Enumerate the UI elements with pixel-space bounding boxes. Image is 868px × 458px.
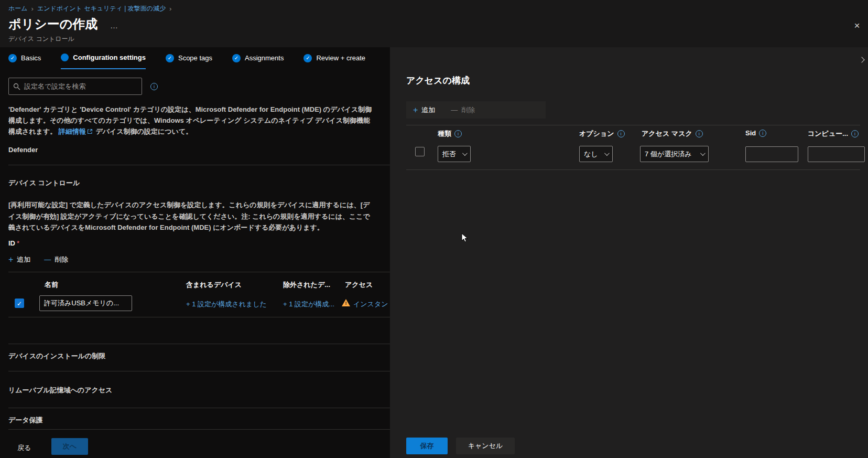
intro-line-prefix: 構成されます。 bbox=[8, 127, 57, 135]
description-line: イス制御が有効] 設定がアクティブになっていることを確認してください。注: これ… bbox=[8, 211, 390, 222]
divider bbox=[8, 408, 390, 408]
next-button[interactable]: 次へ bbox=[51, 438, 88, 455]
tab-label: Basics bbox=[21, 54, 41, 62]
column-header-access-mask: アクセス マスク bbox=[642, 129, 692, 139]
back-button[interactable]: 戻る bbox=[17, 443, 31, 453]
info-icon[interactable]: i bbox=[617, 130, 625, 137]
divider bbox=[8, 317, 390, 317]
tab-assignments[interactable]: ✓ Assignments bbox=[232, 54, 284, 69]
chevron-down-icon bbox=[700, 151, 706, 156]
info-icon[interactable]: i bbox=[851, 130, 859, 137]
divider bbox=[8, 165, 390, 165]
required-asterisk: * bbox=[17, 239, 19, 247]
tab-basics[interactable]: ✓ Basics bbox=[8, 54, 41, 69]
delete-label: 削除 bbox=[461, 105, 475, 115]
tab-scope-tags[interactable]: ✓ Scope tags bbox=[166, 54, 212, 69]
panel-add-button[interactable]: + 追加 bbox=[413, 105, 435, 115]
tab-configuration-settings[interactable]: Configuration settings bbox=[61, 54, 146, 69]
delete-label: 削除 bbox=[55, 255, 68, 264]
access-config-panel: アクセスの構成 + 追加 — 削除 種類 i オプション i アクセス マスク … bbox=[390, 47, 868, 458]
intro-line: 'Defender' カテゴリと 'Device Control' カテゴリの設… bbox=[8, 104, 390, 115]
more-options-icon[interactable]: … bbox=[110, 21, 118, 30]
access-mask-select[interactable]: 7 個が選択済み bbox=[640, 146, 709, 162]
plus-icon: + bbox=[413, 106, 418, 114]
chevron-right-icon bbox=[859, 57, 864, 62]
check-circle-icon: ✓ bbox=[8, 54, 17, 62]
add-label: 追加 bbox=[17, 255, 30, 264]
column-header-included-devices: 含まれるデバイス bbox=[186, 280, 242, 290]
section-removable-storage-header[interactable]: リムーバブル記憶域へのアクセス bbox=[8, 386, 112, 395]
active-step-dot-icon bbox=[61, 54, 69, 61]
id-field-label: ID* bbox=[8, 239, 19, 247]
section-defender-header[interactable]: Defender bbox=[8, 146, 38, 154]
entry-row-checkbox[interactable] bbox=[415, 147, 425, 156]
type-select-value: 拒否 bbox=[442, 150, 456, 159]
breadcrumb-link-endpoint-security[interactable]: エンドポイント セキュリティ | 攻撃面の減少 bbox=[37, 4, 166, 13]
panel-toolbar: + 追加 — 削除 bbox=[406, 101, 546, 119]
option-select[interactable]: なし bbox=[579, 146, 613, 162]
column-header-computer: コンピュー... bbox=[808, 129, 848, 139]
section-device-control-header[interactable]: デバイス コントロール bbox=[8, 178, 80, 188]
info-icon[interactable]: i bbox=[150, 83, 158, 90]
tab-label: Review + create bbox=[316, 54, 365, 62]
search-icon bbox=[13, 83, 20, 90]
wizard-content: ✓ Basics Configuration settings ✓ Scope … bbox=[0, 47, 390, 458]
section-device-install-header[interactable]: デバイスのインストールの制限 bbox=[8, 352, 105, 361]
save-button[interactable]: 保存 bbox=[406, 438, 448, 454]
rule-row-checkbox[interactable]: ✓ bbox=[15, 299, 24, 308]
panel-expand-button[interactable] bbox=[860, 56, 868, 67]
minus-icon: — bbox=[451, 106, 458, 114]
device-control-description: [再利用可能な設定] で定義したデバイスのアクセス制御を設定します。これらの規則… bbox=[8, 199, 390, 233]
excluded-devices-link[interactable]: + 1 設定が構成... bbox=[283, 300, 334, 309]
page-subtitle: デバイス コントロール bbox=[8, 35, 74, 44]
section-data-protection-header[interactable]: データ保護 bbox=[8, 416, 43, 425]
add-rule-button[interactable]: + 追加 bbox=[8, 255, 30, 264]
wizard-tabs: ✓ Basics Configuration settings ✓ Scope … bbox=[8, 54, 365, 69]
intro-line: 構成します。その他のすべてのカテゴリでは、Windows オペレーティング シス… bbox=[8, 115, 390, 126]
column-header-sid: Sid bbox=[745, 129, 756, 137]
tab-review-create[interactable]: ✓ Review + create bbox=[303, 54, 365, 69]
plus-icon: + bbox=[8, 256, 13, 263]
tab-label: Assignments bbox=[245, 54, 284, 62]
id-label-text: ID bbox=[8, 239, 15, 247]
rule-name-input[interactable] bbox=[39, 295, 132, 311]
column-header-access: アクセス bbox=[345, 280, 373, 290]
access-status-link[interactable]: インスタン bbox=[353, 300, 388, 309]
panel-title: アクセスの構成 bbox=[406, 74, 470, 87]
intro-text: 'Defender' カテゴリと 'Device Control' カテゴリの設… bbox=[8, 104, 390, 137]
computer-input[interactable] bbox=[808, 146, 865, 162]
settings-search-box bbox=[8, 78, 142, 95]
option-select-value: なし bbox=[584, 150, 598, 159]
close-icon[interactable]: × bbox=[850, 19, 864, 33]
divider bbox=[406, 125, 860, 125]
column-header-name: 名前 bbox=[45, 280, 58, 290]
page-title: ポリシーの作成 bbox=[8, 16, 97, 33]
check-circle-icon: ✓ bbox=[232, 54, 241, 62]
minus-icon: — bbox=[44, 256, 51, 263]
type-select[interactable]: 拒否 bbox=[438, 146, 471, 162]
divider bbox=[8, 272, 390, 272]
breadcrumb-link-home[interactable]: ホーム bbox=[8, 4, 28, 13]
chevron-down-icon bbox=[462, 151, 468, 156]
settings-search-input[interactable] bbox=[24, 82, 129, 90]
warning-icon: ! bbox=[342, 299, 350, 306]
cancel-button[interactable]: キャンセル bbox=[456, 438, 515, 454]
description-line: 義されているデバイスをMicrosoft Defender for Endpoi… bbox=[8, 222, 390, 233]
check-circle-icon: ✓ bbox=[166, 54, 174, 62]
chevron-right-icon: › bbox=[169, 5, 171, 13]
sid-input[interactable] bbox=[745, 146, 798, 162]
divider bbox=[8, 371, 390, 371]
info-icon[interactable]: i bbox=[454, 130, 462, 137]
intro-line: 構成されます。 詳細情報 デバイス制御の設定について。 bbox=[8, 126, 390, 137]
included-devices-link[interactable]: + 1 設定が構成されました bbox=[186, 300, 267, 309]
description-line: [再利用可能な設定] で定義したデバイスのアクセス制御を設定します。これらの規則… bbox=[8, 199, 390, 211]
info-icon[interactable]: i bbox=[759, 130, 766, 137]
chevron-right-icon: › bbox=[31, 5, 34, 13]
external-link-icon bbox=[87, 126, 93, 137]
learn-more-link[interactable]: 詳細情報 bbox=[59, 127, 86, 135]
intro-line-suffix: デバイス制御の設定について。 bbox=[95, 127, 192, 135]
panel-delete-button[interactable]: — 削除 bbox=[451, 105, 475, 115]
delete-rule-button[interactable]: — 削除 bbox=[44, 255, 68, 264]
chevron-down-icon bbox=[604, 151, 610, 156]
info-icon[interactable]: i bbox=[696, 130, 703, 137]
